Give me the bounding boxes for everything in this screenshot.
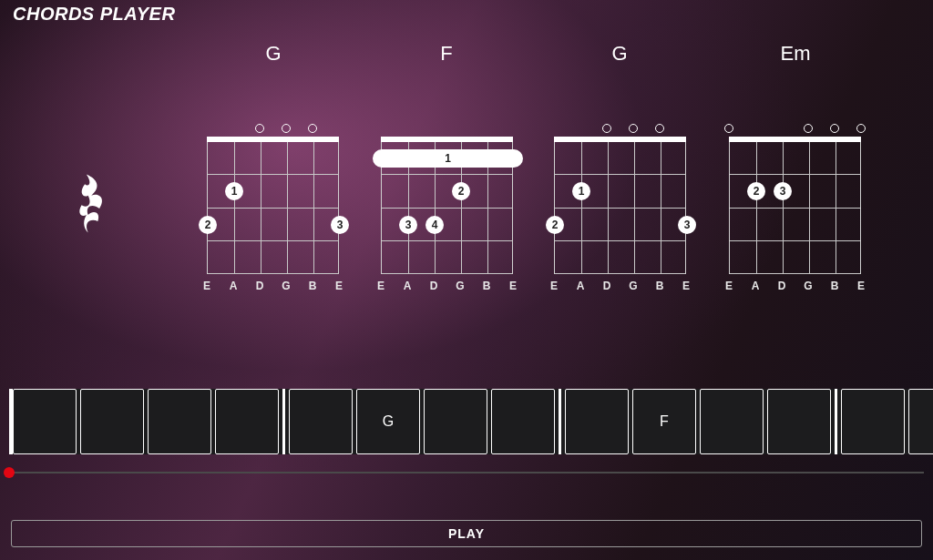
chord-diagram: 123EADGBE — [554, 137, 686, 292]
timeline-group: G — [282, 389, 555, 454]
chord-name-label: Em — [781, 42, 811, 66]
timeline-slot[interactable] — [491, 389, 555, 454]
chord-diagram: 23EADGBE — [729, 137, 861, 292]
timeline-group — [9, 389, 279, 454]
timeline-slot[interactable]: G — [356, 389, 420, 454]
open-string-indicator — [856, 124, 866, 133]
finger-dot: 1 — [225, 182, 243, 200]
rest-icon — [75, 171, 111, 244]
barre: 1 — [373, 149, 523, 168]
string-labels: EADGBE — [554, 280, 686, 292]
progress-knob[interactable] — [4, 467, 15, 478]
play-button[interactable]: PLAY — [11, 520, 922, 547]
finger-dot: 1 — [572, 182, 590, 200]
page-title: CHORDS PLAYER — [13, 4, 175, 25]
timeline-slot[interactable] — [767, 389, 831, 454]
timeline-slot[interactable] — [565, 389, 629, 454]
timeline-slot[interactable] — [13, 389, 77, 454]
timeline-slot[interactable] — [289, 389, 353, 454]
finger-dot: 2 — [452, 182, 470, 200]
timeline-slot[interactable] — [908, 389, 933, 454]
chord-name-label: G — [611, 42, 627, 66]
open-string-indicator — [255, 124, 264, 133]
open-string-indicator — [282, 124, 291, 133]
finger-dot: 3 — [331, 216, 349, 234]
open-string-indicator — [804, 124, 813, 133]
fretboard: 23 — [729, 142, 861, 274]
open-string-indicator — [629, 124, 638, 133]
finger-dot: 2 — [199, 216, 217, 234]
progress-track[interactable] — [9, 472, 924, 473]
string-labels: EADGBE — [381, 280, 513, 292]
timeline-slot[interactable] — [148, 389, 211, 454]
timeline-group: F — [559, 389, 831, 454]
chord-diagram: 123EADGBE — [207, 137, 339, 292]
finger-dot: 3 — [678, 216, 696, 234]
play-button-label: PLAY — [448, 526, 485, 541]
string-labels: EADGBE — [207, 280, 339, 292]
timeline-group — [835, 389, 933, 454]
chord-diagram: 1234EADGBE — [381, 137, 513, 292]
open-string-indicator — [724, 124, 733, 133]
timeline-slot[interactable] — [215, 389, 279, 454]
fretboard: 123 — [554, 142, 686, 274]
open-string-indicator — [655, 124, 664, 133]
finger-dot: 3 — [774, 182, 792, 200]
finger-dot: 2 — [747, 182, 765, 200]
open-string-indicator — [830, 124, 839, 133]
timeline[interactable]: GF — [9, 389, 933, 454]
finger-dot: 3 — [399, 216, 417, 234]
fretboard: 1234 — [381, 142, 513, 274]
chord-name-label: F — [440, 42, 452, 66]
open-string-indicator — [602, 124, 611, 133]
timeline-slot[interactable] — [80, 389, 144, 454]
chord-name-label: G — [265, 42, 281, 66]
open-string-indicator — [308, 124, 317, 133]
timeline-slot[interactable] — [700, 389, 764, 454]
timeline-slot[interactable]: F — [632, 389, 696, 454]
string-labels: EADGBE — [729, 280, 861, 292]
timeline-slot[interactable] — [841, 389, 905, 454]
finger-dot: 2 — [546, 216, 564, 234]
progress-bar[interactable] — [9, 466, 924, 479]
finger-dot: 4 — [425, 216, 444, 234]
fretboard: 123 — [207, 142, 339, 274]
timeline-slot[interactable] — [424, 389, 487, 454]
